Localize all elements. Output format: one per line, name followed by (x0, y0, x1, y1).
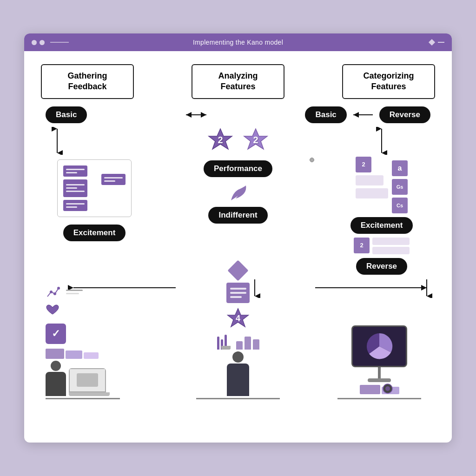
mini-card-2 (63, 179, 87, 197)
bottom-left-area: ✓ (46, 284, 148, 399)
mini-card-4 (101, 174, 126, 185)
star-num-1: 2 (218, 135, 223, 145)
dot-2 (40, 40, 45, 45)
check-box: ✓ (46, 324, 66, 344)
person-standing (227, 351, 249, 396)
analyzing-features-box: AnalyzingFeatures (192, 64, 284, 99)
pill-reverse-2: Reverse (356, 258, 407, 275)
arrow-basic-1-2 (182, 110, 210, 119)
svg-point-12 (57, 287, 60, 290)
desk-line-center (196, 398, 280, 399)
left-col-arrow-top (50, 127, 64, 155)
bar-chart-mini (236, 337, 259, 350)
arrow-basic-reverse (351, 110, 375, 119)
mini-card-1 (63, 165, 87, 177)
rc-cs: Gs (392, 179, 408, 195)
desk-line-left (46, 398, 120, 399)
svg-point-11 (53, 292, 56, 295)
bottom-center-area: 4 (182, 263, 294, 399)
star-num-2: 2 (253, 135, 258, 145)
window-controls (430, 40, 444, 45)
book-r1 (360, 385, 380, 394)
rc-2: 2 (356, 157, 371, 172)
rc-cs2: Cs (392, 198, 408, 213)
heart-icon (46, 304, 60, 316)
pencil-holder (217, 335, 231, 350)
rc-2b: 2 (354, 238, 370, 253)
categorizing-features-label: CategorizingFeatures (363, 71, 414, 91)
node-circle (310, 158, 314, 162)
rc-label-3 (372, 238, 410, 245)
svg-point-10 (50, 291, 53, 293)
right-card-cluster: 2 a Gs Cs (356, 157, 408, 213)
monitor-stand (378, 367, 381, 378)
right-col-arrow-top (375, 127, 389, 155)
bottom-illustration: ✓ (41, 306, 435, 399)
book-3 (84, 352, 99, 359)
gathering-feedback-label: GatheringFeedback (67, 71, 107, 91)
pill-basic-2: Basic (305, 106, 346, 123)
line-control[interactable] (438, 42, 444, 43)
bottom-right-area (328, 325, 430, 399)
bird-icon (226, 182, 250, 205)
desk-line-right (337, 398, 421, 399)
pill-indifferent: Indifferent (208, 207, 267, 224)
analyzing-features-label: AnalyzingFeatures (218, 71, 258, 91)
pill-reverse-1: Reverse (379, 106, 430, 123)
rc-label-1 (356, 175, 383, 185)
book-1 (46, 349, 64, 359)
diamond-control[interactable] (429, 39, 435, 46)
left-card-cluster (57, 159, 132, 217)
rc-label-4 (372, 247, 410, 254)
browser-window: Implementing the Kano model GatheringFee… (24, 33, 452, 443)
diamond-icon (227, 260, 248, 281)
titlebar-line (50, 42, 69, 43)
window-title: Implementing the Kano model (193, 39, 283, 46)
window-dots (32, 40, 45, 45)
book-2 (66, 350, 82, 359)
pill-basic-1: Basic (46, 106, 87, 123)
doc-card (226, 283, 250, 303)
monitor (351, 325, 407, 367)
pill-excitement-right: Excitement (350, 217, 413, 234)
person-laptop (46, 361, 110, 396)
graph-icon (46, 284, 62, 300)
pill-excitement-left: Excitement (63, 225, 126, 241)
monitor-screen (353, 327, 406, 366)
monitor-icon (382, 383, 393, 394)
dot-1 (32, 40, 37, 45)
pill-performance: Performance (204, 160, 272, 177)
rc-label-2 (356, 188, 388, 198)
main-content: GatheringFeedback AnalyzingFeatures Cate… (24, 51, 452, 443)
top-boxes: GatheringFeedback AnalyzingFeatures Cate… (41, 64, 435, 99)
rc-a: a (392, 160, 408, 176)
titlebar: Implementing the Kano model (24, 33, 452, 51)
check-icon: ✓ (52, 328, 60, 340)
monitor-base (368, 378, 391, 382)
categorizing-features-box: CategorizingFeatures (342, 64, 435, 99)
gathering-feedback-box: GatheringFeedback (41, 64, 134, 99)
svg-point-16 (385, 386, 390, 391)
star4-badge: 4 (226, 307, 250, 331)
stars-row: 2 2 (207, 127, 269, 154)
star-badge-1: 2 (207, 127, 234, 154)
mini-card-3 (63, 200, 87, 211)
right-card-cluster-2: 2 (354, 238, 410, 254)
pie-chart (365, 332, 393, 360)
star-badge-2: 2 (242, 127, 269, 154)
